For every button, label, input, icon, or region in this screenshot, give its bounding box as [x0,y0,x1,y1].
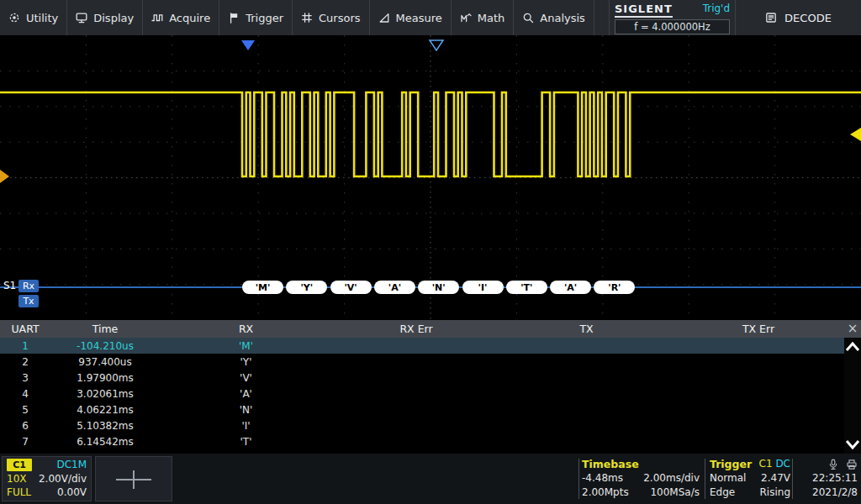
measure-icon [378,12,390,24]
table-cell: 'I' [160,420,332,432]
table-cell: 6 [0,420,50,432]
table-row[interactable]: 31.97900ms'V' [0,370,861,386]
decode-char-bubble: 'A' [374,281,415,294]
menu-label: Analysis [540,12,585,24]
menu-item-cursors[interactable]: Cursors [293,0,370,35]
table-cell: -104.210us [50,340,160,352]
acquire-icon [151,12,163,24]
table-cell: 1.97900ms [50,372,160,384]
table-cell: 'T' [160,436,332,448]
decode-char-bubble: 'M' [242,281,283,294]
menu-item-trigger[interactable]: Trigger [219,0,293,35]
decode-char-bubble: 'Y' [286,281,327,294]
date-readout: 2021/2/8 [795,486,858,500]
menu-item-acquire[interactable]: Acquire [143,0,219,35]
column-header-uart: UART [0,323,50,335]
close-icon[interactable]: × [844,320,861,338]
trigger-status-badge: Trig'd [703,3,730,14]
analysis-icon [522,12,534,24]
scroll-up-icon[interactable] [845,341,860,352]
printer-icon [846,459,858,470]
table-cell: 1 [0,340,50,352]
column-header-txerr: TX Err [673,323,844,335]
probe-readout: 10X [7,473,27,486]
menu-item-display[interactable]: Display [67,0,143,35]
trigger-delay-marker[interactable] [241,40,255,50]
menu-label: Trigger [246,12,283,24]
sample-rate-readout: 100MSa/s [650,486,700,500]
divider [705,459,705,499]
memory-depth-readout: 2.00Mpts [582,486,629,500]
table-cell: 'A' [160,388,332,400]
menu-item-analysis[interactable]: Analysis [514,0,594,35]
table-row[interactable]: 1-104.210us'M' [0,338,861,354]
frequency-counter-readout: f = 4.000000Hz [615,19,730,34]
table-cell: 5 [0,404,50,416]
time-readout: 22:25:11 [795,471,858,486]
gear-icon [8,12,20,24]
status-bar: C1 DC1M 10X 2.00V/div FULL 0.00V Timebas… [0,454,861,504]
table-cell: 7 [0,436,50,448]
table-row[interactable]: 2937.400us'Y' [0,354,861,370]
divider [578,459,579,499]
tx-badge: Tx [18,295,39,307]
trigger-source-readout: C1 [759,458,773,470]
offset-readout: 0.00V [57,486,87,499]
timebase-scale-readout: 2.00ms/div [643,471,700,486]
timebase-delay-readout: -4.48ms [582,471,623,486]
graticule-grid [0,35,861,320]
display-icon [76,12,87,24]
scroll-down-icon[interactable] [845,439,860,450]
siglent-logo: SIGLENT [615,3,673,18]
decode-bus-label: S1 [3,280,16,291]
decode-char-bubble: 'A' [550,281,591,294]
menu-label: Measure [396,12,442,24]
timebase-title: Timebase [582,457,639,471]
table-body: 1-104.210us'M'2937.400us'Y'31.97900ms'V'… [0,338,861,449]
decode-char-bubble: 'I' [462,281,504,294]
waveform-display: S1 Rx Tx 'M''Y''V''A''N''I''T''A''R' [0,35,861,320]
table-cell: 'M' [160,340,332,352]
flag-icon [228,12,240,24]
waveform-canvas [0,35,861,320]
table-cell: 'V' [160,372,332,384]
decode-result-table: UART Time RX RX Err TX TX Err × 1-104.21… [0,320,861,454]
table-row[interactable]: 65.10382ms'I' [0,417,861,433]
trace-position-widget [95,456,172,501]
trigger-descriptor[interactable]: Trigger C1 DC Normal 2.47V Edge Rising [710,457,790,500]
ch1-zero-level-marker[interactable] [0,170,9,183]
table-cell: 4.06221ms [50,404,160,416]
table-row[interactable]: 43.02061ms'A' [0,386,861,402]
decode-button[interactable]: DECODE [735,0,861,35]
timebase-descriptor[interactable]: Timebase -4.48ms 2.00ms/div 2.00Mpts 100… [582,457,700,500]
table-cell: 4 [0,388,50,400]
menu-item-measure[interactable]: Measure [370,0,452,35]
bandwidth-readout: FULL [7,486,31,499]
trigger-type-readout: Edge [710,486,735,500]
math-icon [460,12,472,24]
channel1-chip: C1 [7,459,32,471]
ch1-uart-trace [0,92,861,176]
trigger-position-marker[interactable] [430,40,443,50]
cursors-icon [301,12,313,24]
decode-char-bubble: 'T' [506,281,547,294]
brand-block: SIGLENT Trig'd f = 4.000000Hz [609,0,735,35]
column-header-time: Time [50,323,160,335]
menu-label: Cursors [319,12,361,24]
menu-item-utility[interactable]: Utility [0,0,67,35]
table-cell: 937.400us [50,356,160,368]
table-cell: 'Y' [160,356,332,368]
trigger-mode-readout: Normal [710,471,746,486]
channel1-descriptor[interactable]: C1 DC1M 10X 2.00V/div FULL 0.00V [2,456,92,501]
table-row[interactable]: 54.06221ms'N' [0,402,861,417]
menu-item-math[interactable]: Math [452,0,515,35]
trigger-level-readout: 2.47V [761,471,790,486]
column-header-rx: RX [160,323,332,335]
trigger-level-marker[interactable] [850,128,861,141]
rx-badge: Rx [18,280,39,292]
table-cell: 'N' [160,404,332,416]
table-cell: 6.14542ms [50,436,160,448]
decode-char-bubble: 'V' [330,281,372,294]
table-header-row: UART Time RX RX Err TX TX Err × [0,320,861,338]
table-row[interactable]: 76.14542ms'T' [0,433,861,449]
